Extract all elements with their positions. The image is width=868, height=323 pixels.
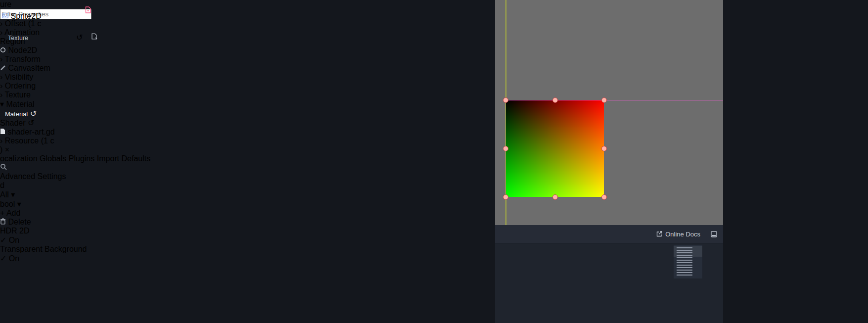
revert-icon[interactable]: ↺ xyxy=(30,109,37,118)
external-link-icon xyxy=(656,231,662,237)
dropdown-arrow-icon: ▾ xyxy=(11,190,15,199)
group-label: Visibility xyxy=(5,73,34,81)
sprite2d-icon xyxy=(2,12,8,19)
group-resource[interactable]: › Resource (1 c xyxy=(0,137,868,145)
dialog-title-fragment: ) xyxy=(0,145,2,154)
close-icon[interactable]: × xyxy=(5,145,9,154)
inspector-groups: › Offset (1 c › Animation Region Node2D … xyxy=(0,19,868,109)
group-ordering[interactable]: › Ordering xyxy=(0,82,868,91)
group-texture[interactable]: › Texture xyxy=(0,91,868,99)
setting-name: Transparent Background xyxy=(0,245,87,253)
revert-icon[interactable]: ↺ xyxy=(76,33,83,42)
shader-resource-name: shader-art.gd xyxy=(7,128,54,136)
setting-row-hdr-2d[interactable]: HDR 2D ✓ On xyxy=(0,227,868,245)
quick-load-icon[interactable] xyxy=(91,33,97,42)
chevron-right-icon: › xyxy=(0,82,2,90)
selection-handle[interactable] xyxy=(503,97,508,103)
category-label: CanvasItem xyxy=(8,64,50,72)
feature-filter-dropdown[interactable]: All ▾ xyxy=(0,190,70,199)
texture-property-label: Texture xyxy=(8,35,28,42)
shader-property-row: Shader ↺ shader-art.gd xyxy=(0,118,868,137)
tab-import-defaults[interactable]: Import Defaults xyxy=(97,154,150,163)
dropdown-arrow-icon: ▾ xyxy=(17,200,21,208)
setting-name: HDR 2D xyxy=(0,227,30,235)
settings-tree: HDR 2D ✓ On Transparent Background ✓ On xyxy=(0,227,868,263)
delete-button[interactable]: Delete xyxy=(0,218,868,227)
advanced-settings-label[interactable]: Advanced Settings xyxy=(0,172,66,181)
topbar-text-fragment: ure xyxy=(0,0,11,8)
group-label: Transform xyxy=(4,55,40,63)
chevron-right-icon: › xyxy=(0,28,2,37)
tab-localization[interactable]: ocalization xyxy=(0,154,38,163)
category-label: Node2D xyxy=(8,46,37,54)
add-button[interactable]: + Add xyxy=(0,209,868,218)
settings-tabs: ocalization Globals Plugins Import Defau… xyxy=(0,154,868,163)
selection-handle[interactable] xyxy=(552,97,558,103)
check-icon: ✓ xyxy=(0,236,6,244)
dialog-titlebar: ) × xyxy=(0,145,868,154)
feature-filter-value: All xyxy=(0,190,9,199)
shader-editor-panel: Online Docs xyxy=(495,225,723,323)
setting-row-transparent-background[interactable]: Transparent Background ✓ On xyxy=(0,245,868,263)
chevron-right-icon: › xyxy=(0,55,2,63)
selection-handle[interactable] xyxy=(601,97,607,103)
file-icon xyxy=(0,128,5,135)
tab-plugins[interactable]: Plugins xyxy=(69,154,94,163)
selection-handle[interactable] xyxy=(601,194,607,200)
tab-globals[interactable]: Globals xyxy=(40,154,66,163)
selection-handle[interactable] xyxy=(503,194,508,200)
check-icon: ✓ xyxy=(0,254,6,263)
add-button-label: Add xyxy=(6,209,20,217)
group-region[interactable]: Region xyxy=(0,37,868,46)
chevron-down-icon: ▾ xyxy=(0,100,4,108)
material-property-selected[interactable]: Material ↺ xyxy=(0,109,868,118)
category-label: Sprite2D xyxy=(10,12,41,20)
online-docs-label: Online Docs xyxy=(665,231,700,238)
checkbox[interactable]: ✓ xyxy=(0,254,9,263)
inspector-panel: Sprite2D Texture ↺ › Offset (1 c › Anima… xyxy=(0,9,868,145)
group-transform[interactable]: › Transform xyxy=(0,55,868,64)
property-name-fragment: d xyxy=(0,181,4,189)
group-animation[interactable]: › Animation xyxy=(0,28,868,37)
selection-handle[interactable] xyxy=(601,146,607,151)
chevron-right-icon: › xyxy=(0,91,2,99)
group-label: Resource xyxy=(5,137,39,145)
uv-gradient-sprite[interactable] xyxy=(506,100,604,197)
group-material[interactable]: ▾ Material xyxy=(0,99,868,109)
selection-handle[interactable] xyxy=(552,194,558,200)
bool-value-label: On xyxy=(9,236,19,244)
shader-editor-header: Online Docs xyxy=(495,225,723,243)
group-label: Ordering xyxy=(5,82,36,90)
checkbox[interactable]: ✓ xyxy=(0,236,9,244)
shader-resource-picker[interactable]: shader-art.gd xyxy=(0,128,868,137)
selection-handle[interactable] xyxy=(503,146,508,151)
settings-search-input[interactable] xyxy=(0,163,868,172)
setting-value-editor: ✓ On xyxy=(0,235,868,245)
chevron-right-icon: › xyxy=(0,137,2,145)
category-node2d[interactable]: Node2D xyxy=(0,46,868,55)
setting-value-editor: ✓ On xyxy=(0,254,868,263)
bool-value-label: On xyxy=(9,254,19,263)
property-name-input[interactable]: d xyxy=(0,181,868,190)
group-label: Material xyxy=(6,100,34,108)
expand-panel-icon[interactable] xyxy=(711,231,717,239)
online-docs-button[interactable]: Online Docs xyxy=(656,225,700,243)
change-count-badge: (1 c xyxy=(41,137,54,145)
shader-property-strip[interactable]: Shader ↺ xyxy=(0,118,868,128)
group-visibility[interactable]: › Visibility xyxy=(0,73,868,82)
shader-material-icon xyxy=(85,6,91,15)
material-property-label: Material xyxy=(5,110,28,118)
project-settings-dialog: ) × ocalization Globals Plugins Import D… xyxy=(0,145,868,263)
category-sprite2d[interactable]: Sprite2D xyxy=(2,12,868,21)
plus-icon: + xyxy=(0,209,4,217)
2d-viewport[interactable] xyxy=(495,0,723,225)
type-dropdown[interactable]: bool ▾ xyxy=(0,199,87,209)
revert-icon[interactable]: ↺ xyxy=(28,119,34,127)
delete-button-label: Delete xyxy=(8,218,31,226)
type-value: bool xyxy=(0,200,15,208)
group-label: Texture xyxy=(4,91,30,99)
code-minimap[interactable] xyxy=(674,245,702,278)
category-canvasitem[interactable]: CanvasItem xyxy=(0,64,868,73)
node2d-icon xyxy=(0,47,6,53)
canvasitem-icon xyxy=(0,65,6,71)
